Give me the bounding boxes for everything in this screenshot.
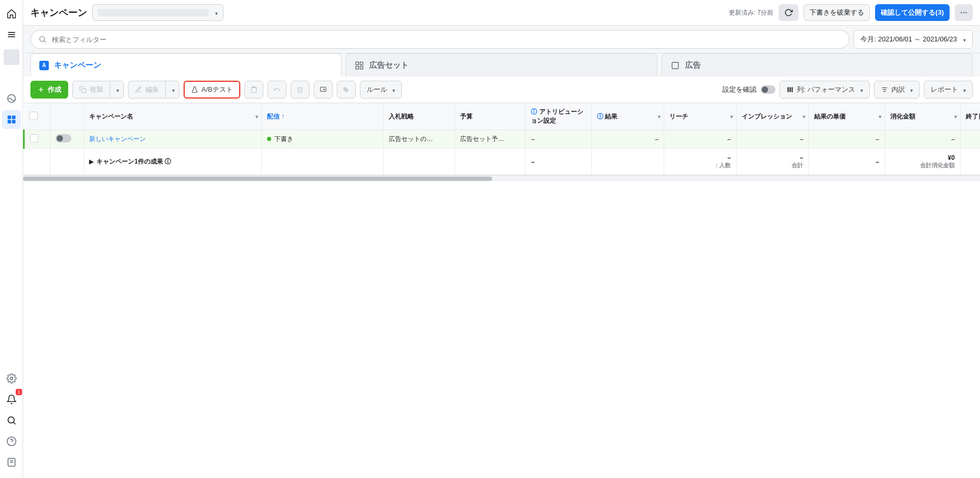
publish-button[interactable]: 確認して公開する(3) <box>875 4 950 21</box>
nav-overview[interactable] <box>2 89 21 108</box>
row-checkbox[interactable] <box>30 134 38 143</box>
svg-rect-5 <box>12 116 15 120</box>
summary-label: キャンペーン1件の成果 <box>97 158 163 165</box>
col-results[interactable]: ⓘ 結果▾ <box>592 103 664 130</box>
export-button[interactable] <box>314 81 333 99</box>
toggle-icon <box>761 85 775 94</box>
duplicate-button[interactable]: 複製 <box>72 81 110 99</box>
folder-icon: A <box>39 61 49 70</box>
left-rail: 1 <box>0 0 23 478</box>
nav-settings[interactable] <box>2 369 21 388</box>
svg-rect-7 <box>12 120 15 124</box>
ab-test-button[interactable]: A/Bテスト <box>184 81 240 99</box>
col-delivery[interactable]: 配信 ↑ <box>262 103 384 130</box>
svg-rect-4 <box>7 116 11 120</box>
cell-attr: – <box>526 130 592 149</box>
svg-point-9 <box>8 417 14 423</box>
rules-button[interactable]: ルール <box>360 81 402 99</box>
cell-spent: – <box>885 130 960 149</box>
svg-rect-32 <box>321 87 326 91</box>
cell-cpr: – <box>809 130 885 149</box>
svg-line-20 <box>44 41 46 42</box>
svg-rect-33 <box>787 87 789 92</box>
more-button[interactable] <box>955 4 973 21</box>
tab-label: キャンペーン <box>54 60 101 70</box>
search-icon <box>38 35 47 44</box>
summary-spent: ¥0合計消化金額 <box>885 149 960 175</box>
summary-impr: –合計 <box>737 149 809 175</box>
svg-point-18 <box>965 12 967 14</box>
col-attribution[interactable]: ⓘ アトリビューション設定 <box>526 103 592 130</box>
svg-rect-25 <box>672 62 678 69</box>
svg-point-16 <box>961 12 962 14</box>
search-input-field[interactable] <box>52 36 841 44</box>
svg-rect-24 <box>360 66 363 69</box>
nav-ads-manager[interactable] <box>2 110 21 129</box>
create-button[interactable]: 作成 <box>30 81 68 99</box>
edit-button[interactable]: 編集 <box>128 81 165 99</box>
date-range-picker[interactable]: 今月: 2021/06/01 ～ 2021/06/23 <box>854 30 973 49</box>
col-reach[interactable]: リーチ▾ <box>664 103 737 130</box>
cell-results: – <box>592 130 664 149</box>
ad-icon <box>670 61 680 70</box>
svg-line-10 <box>13 422 15 425</box>
col-budget[interactable]: 予算 <box>454 103 526 130</box>
svg-point-17 <box>963 12 965 14</box>
updated-label: 更新済み: 7分前 <box>729 8 773 17</box>
columns-button[interactable]: 列: パフォーマンス <box>780 81 870 99</box>
settings-check-label: 設定を確認 <box>722 85 757 94</box>
tab-ads[interactable]: 広告 <box>662 53 973 77</box>
nav-notifications[interactable]: 1 <box>2 390 21 409</box>
nav-search[interactable] <box>2 411 21 430</box>
row-toggle[interactable] <box>56 134 71 143</box>
nav-home[interactable] <box>2 4 21 23</box>
delete-button[interactable] <box>291 81 310 99</box>
svg-rect-21 <box>356 62 359 64</box>
tag-button[interactable] <box>337 81 356 99</box>
edit-dropdown[interactable] <box>165 81 179 99</box>
page-title: キャンペーン <box>30 6 87 19</box>
status-label: 下書き <box>274 135 293 143</box>
chevron-down-icon <box>213 9 218 17</box>
tab-label: 広告セット <box>369 60 409 70</box>
col-select-all[interactable] <box>24 103 50 130</box>
settings-check-toggle[interactable]: 設定を確認 <box>722 85 775 94</box>
col-cpr[interactable]: 結果の単価▾ <box>809 103 885 130</box>
duplicate-dropdown[interactable] <box>110 81 124 99</box>
nav-menu[interactable] <box>2 25 21 44</box>
cell-end: 継続 <box>960 130 980 149</box>
copy-button[interactable] <box>244 81 263 99</box>
nav-help[interactable] <box>2 432 21 451</box>
chevron-down-icon <box>961 36 966 44</box>
svg-point-11 <box>7 437 16 446</box>
horizontal-scrollbar[interactable] <box>23 175 980 181</box>
col-toggle <box>50 103 84 130</box>
undo-button[interactable] <box>268 81 286 99</box>
svg-rect-28 <box>82 89 86 93</box>
table-row[interactable]: 新しいキャンペーン 下書き 広告セットの… 広告セット予… – – – – – … <box>24 130 981 149</box>
campaign-name-link[interactable]: 新しいキャンペーン <box>89 135 146 143</box>
summary-reach: –: 人数 <box>664 149 737 175</box>
date-range-label: 今月: 2021/06/01 ～ 2021/06/23 <box>860 35 957 44</box>
nav-placeholder <box>4 49 19 65</box>
search-filter-input[interactable] <box>30 30 849 49</box>
report-button[interactable]: レポート <box>924 81 973 99</box>
refresh-button[interactable] <box>779 4 798 21</box>
breakdown-button[interactable]: 内訳 <box>874 81 920 99</box>
account-selector[interactable] <box>92 4 223 21</box>
svg-point-8 <box>10 377 13 380</box>
svg-rect-6 <box>7 120 11 124</box>
col-impressions[interactable]: インプレッション▾ <box>737 103 809 130</box>
cell-budget: 広告セット予… <box>454 130 526 149</box>
status-dot <box>267 137 271 141</box>
tab-campaigns[interactable]: A キャンペーン <box>30 53 342 77</box>
col-spent[interactable]: 消化金額▾ <box>885 103 960 130</box>
svg-rect-35 <box>792 87 793 92</box>
discard-draft-button[interactable]: 下書きを破棄する <box>804 4 870 21</box>
col-end[interactable]: 終了日時 <box>960 103 980 130</box>
tab-adsets[interactable]: 広告セット <box>346 53 657 77</box>
col-bid[interactable]: 入札戦略 <box>384 103 455 130</box>
col-campaign-name[interactable]: キャンペーン名▾ <box>84 103 262 130</box>
topbar: キャンペーン 更新済み: 7分前 下書きを破棄する 確認して公開する(3) <box>23 0 980 26</box>
nav-reports[interactable] <box>2 453 21 472</box>
